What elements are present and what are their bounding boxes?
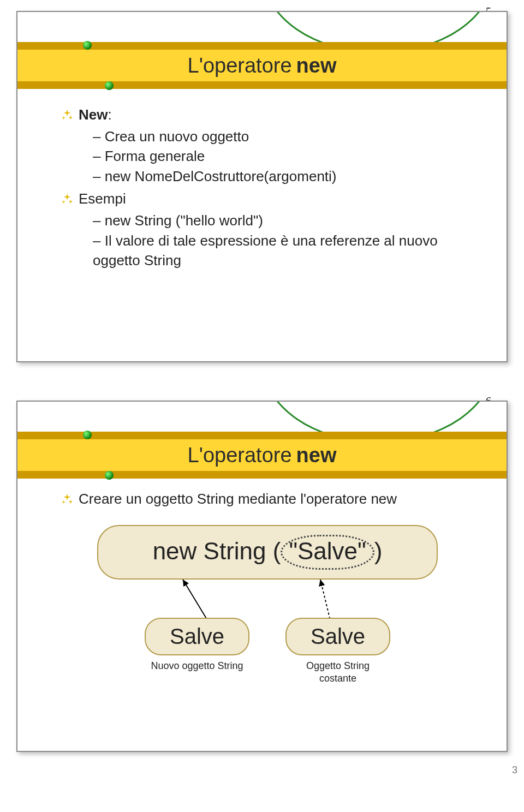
green-dot-icon [105,471,114,480]
caption-line2: costante [319,673,356,684]
slide-2: L'operatore new Creare un oggetto String… [16,401,508,752]
sparkle-icon [61,493,73,505]
caption: Oggetto String costante [306,660,370,685]
sparkle-icon [61,193,73,205]
right-column: Salve Oggetto String costante [285,618,390,685]
result-bubble: Salve [145,618,249,655]
bullet-text: Creare un oggetto String mediante l'oper… [79,489,397,509]
bold-word: New [79,106,108,123]
slide-body: Creare un oggetto String mediante l'oper… [17,479,507,696]
bold-word: new [105,168,131,184]
title-bold: new [296,54,337,77]
slide-title: L'operatore new [17,50,507,81]
caption: Nuovo oggetto String [151,660,243,672]
footer-page-number: 3 [512,765,517,776]
slide-title: L'operatore new [17,439,507,471]
bullet-row: Creare un oggetto String mediante l'oper… [61,489,474,509]
sub-list: new String ("hello world") Il valore di … [93,211,474,270]
sub-list: Crea un nuovo oggetto Forma generale new… [93,127,474,186]
bullet-row: New: [61,105,474,124]
bullet-text: New: [79,105,112,124]
title-banner: L'operatore new [17,42,507,89]
code-bubble: new String ("Salve") [97,525,438,580]
plain-text: : [108,106,111,123]
title-bold: new [296,444,337,467]
bold-word: NomeDelCostruttore(argomenti) [130,168,336,184]
banner-bar-bot [17,81,507,89]
green-dot-icon [83,431,92,439]
title-text: L'operatore [188,444,292,467]
code-pre: new String ( [153,538,281,564]
green-dot-icon [105,81,114,90]
bullet-row: Esempi [61,189,474,208]
bubbles-row: Salve Nuovo oggetto String Salve Oggetto… [61,618,474,685]
sub-item: new NomeDelCostruttore(argomenti) [93,166,474,186]
sub-item: new String ("hello world") [93,211,474,230]
caption-line1: Oggetto String [306,660,370,671]
constant-bubble: Salve [285,618,390,655]
bullet-text: Esempi [79,189,126,208]
code-post: ) [374,538,383,564]
code-argument-oval: "Salve" [281,535,374,570]
title-text: L'operatore [188,54,292,77]
banner-bar-bot [17,471,507,479]
sub-item: Crea un nuovo oggetto [93,127,474,146]
sub-item: Il valore di tale espressione è una refe… [93,231,474,271]
svg-line-0 [183,580,209,623]
left-column: Salve Nuovo oggetto String [145,618,249,672]
svg-line-1 [320,580,331,623]
sub-item: Forma generale [93,146,474,166]
title-banner: L'operatore new [17,432,507,479]
slide-1: L'operatore new New: Crea un nuovo ogget… [16,11,508,362]
sparkle-icon [61,109,73,121]
green-dot-icon [83,41,92,50]
slide-body: New: Crea un nuovo oggetto Forma general… [17,89,507,282]
